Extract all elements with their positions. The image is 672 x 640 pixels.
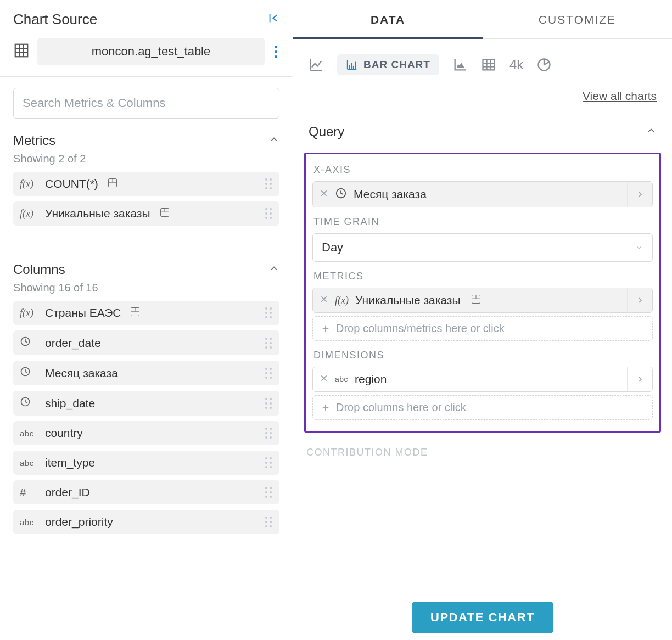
pie-chart-icon[interactable] — [536, 57, 552, 72]
fx-icon: f(x) — [20, 178, 40, 190]
drag-handle-icon[interactable] — [265, 428, 272, 439]
column-pill[interactable]: order_date — [13, 330, 279, 355]
metrics-section-header[interactable]: Metrics — [0, 124, 293, 150]
columns-showing: Showing 16 of 16 — [0, 279, 293, 301]
chevron-up-icon — [268, 263, 279, 276]
pill-label: Уникальные заказы — [45, 207, 150, 220]
column-pill[interactable]: abcorder_priority — [13, 510, 279, 534]
metrics-token[interactable]: f(x) Уникальные заказы — [312, 288, 653, 313]
time-grain-select[interactable]: Day — [312, 233, 653, 262]
metrics-dropzone[interactable]: Drop columns/metrics here or click — [312, 316, 653, 341]
column-pill[interactable]: abcitem_type — [13, 451, 279, 475]
fx-icon: f(x) — [20, 208, 40, 220]
column-pill[interactable]: #order_ID — [13, 480, 279, 504]
pill-label: Страны ЕАЭС — [45, 306, 121, 319]
columns-heading: Columns — [13, 262, 65, 277]
abc-icon: abc — [335, 375, 348, 384]
svg-rect-1 — [15, 44, 28, 57]
tab-data[interactable]: DATA — [293, 0, 483, 38]
drag-handle-icon[interactable] — [265, 368, 272, 379]
time-grain-label: TIME GRAIN — [313, 216, 653, 228]
chevron-right-icon[interactable] — [627, 367, 652, 391]
clock-icon — [20, 336, 40, 350]
bar-chart-chip[interactable]: BAR CHART — [337, 54, 439, 75]
column-pill[interactable]: Месяц заказа — [13, 361, 279, 385]
kebab-icon[interactable] — [272, 43, 279, 60]
calc-badge-icon — [130, 306, 141, 319]
pill-label: order_date — [45, 336, 101, 350]
metrics-field-label: METRICS — [313, 271, 653, 282]
remove-icon[interactable] — [320, 295, 328, 306]
pill-label: country — [45, 426, 83, 440]
metric-pill[interactable]: f(x)Уникальные заказы — [13, 201, 279, 226]
metrics-value: Уникальные заказы — [355, 294, 461, 307]
columns-section-header[interactable]: Columns — [0, 253, 293, 279]
query-highlight-box: X-AXIS Месяц заказа TIME GRAIN — [304, 153, 661, 433]
drag-handle-icon[interactable] — [265, 208, 272, 219]
drag-handle-icon[interactable] — [265, 338, 272, 349]
drag-handle-icon[interactable] — [265, 457, 272, 468]
pill-label: Месяц заказа — [45, 367, 118, 380]
fx-icon: f(x) — [20, 307, 40, 319]
chevron-right-icon[interactable] — [627, 288, 652, 312]
drag-handle-icon[interactable] — [265, 398, 272, 409]
big-number-icon[interactable]: 4k — [509, 57, 523, 72]
time-grain-value: Day — [322, 240, 343, 255]
pill-label: COUNT(*) — [45, 177, 98, 190]
clock-icon — [20, 366, 40, 380]
view-all-charts-link[interactable]: View all charts — [583, 89, 657, 102]
pill-label: ship_date — [45, 397, 95, 410]
chevron-right-icon[interactable] — [627, 182, 652, 207]
dimensions-drop-text: Drop columns here or click — [336, 401, 466, 414]
clock-icon — [335, 187, 347, 201]
metric-pill[interactable]: f(x)COUNT(*) — [13, 172, 279, 196]
pill-label: item_type — [45, 456, 95, 469]
pill-label: order_ID — [45, 486, 90, 499]
bar-chart-label: BAR CHART — [363, 59, 430, 71]
metrics-heading: Metrics — [13, 133, 55, 148]
clock-icon — [20, 396, 40, 410]
dimensions-token[interactable]: abc region — [312, 367, 653, 392]
grid-icon — [13, 42, 30, 61]
column-pill[interactable]: abccountry — [13, 421, 279, 445]
column-pill[interactable]: f(x)Страны ЕАЭС — [13, 301, 279, 325]
left-panel: Chart Source moncon.ag_test_table Metric… — [0, 0, 293, 640]
drag-handle-icon[interactable] — [265, 307, 272, 318]
table-icon[interactable] — [481, 57, 496, 72]
drag-handle-icon[interactable] — [265, 178, 272, 189]
remove-icon[interactable] — [320, 374, 328, 385]
calc-badge-icon — [471, 294, 481, 307]
column-pill[interactable]: ship_date — [13, 391, 279, 416]
query-section-header[interactable]: Query — [293, 116, 672, 148]
datasource-pill[interactable]: moncon.ag_test_table — [37, 38, 265, 65]
line-chart-icon[interactable] — [309, 57, 324, 72]
collapse-panel-icon[interactable] — [267, 12, 279, 27]
dimensions-dropzone[interactable]: Drop columns here or click — [312, 395, 653, 420]
contribution-mode-label: CONTRIBUTION MODE — [306, 447, 672, 458]
tab-customize[interactable]: CUSTOMIZE — [483, 0, 672, 38]
abc-icon: abc — [20, 429, 40, 438]
query-heading: Query — [309, 124, 344, 139]
fx-icon: f(x) — [335, 295, 349, 306]
drag-handle-icon[interactable] — [265, 517, 272, 527]
svg-rect-24 — [483, 60, 494, 70]
area-chart-icon[interactable] — [452, 57, 468, 72]
drag-handle-icon[interactable] — [265, 487, 272, 498]
hash-icon: # — [20, 486, 40, 499]
chart-source-title: Chart Source — [13, 11, 97, 28]
calc-badge-icon — [107, 177, 118, 190]
dimensions-field-label: DIMENSIONS — [313, 350, 653, 361]
xaxis-value: Месяц заказа — [354, 188, 427, 201]
xaxis-token[interactable]: Месяц заказа — [312, 181, 653, 207]
search-input[interactable] — [13, 88, 279, 119]
abc-icon: abc — [20, 458, 40, 468]
xaxis-label: X-AXIS — [313, 164, 653, 176]
calc-badge-icon — [159, 207, 170, 220]
pill-label: order_priority — [45, 515, 113, 529]
update-chart-button[interactable]: UPDATE CHART — [412, 602, 553, 633]
right-panel: DATA CUSTOMIZE BAR CHART 4k View all — [293, 0, 672, 640]
remove-icon[interactable] — [320, 189, 328, 200]
dimensions-value: region — [355, 373, 387, 386]
abc-icon: abc — [20, 518, 40, 527]
metrics-showing: Showing 2 of 2 — [0, 150, 293, 172]
